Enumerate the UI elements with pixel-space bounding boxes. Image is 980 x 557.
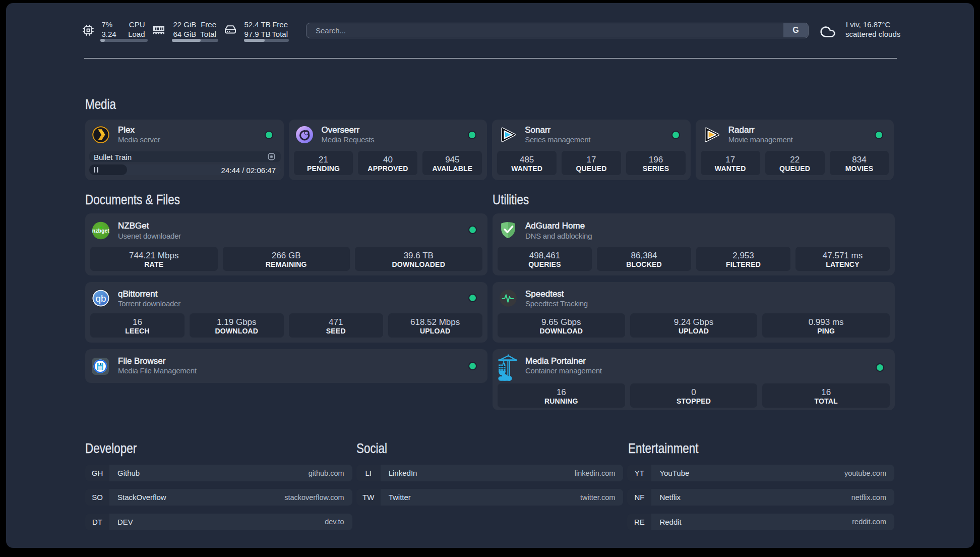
- svg-text:qb: qb: [95, 293, 106, 304]
- svg-text:nzbget: nzbget: [92, 228, 110, 234]
